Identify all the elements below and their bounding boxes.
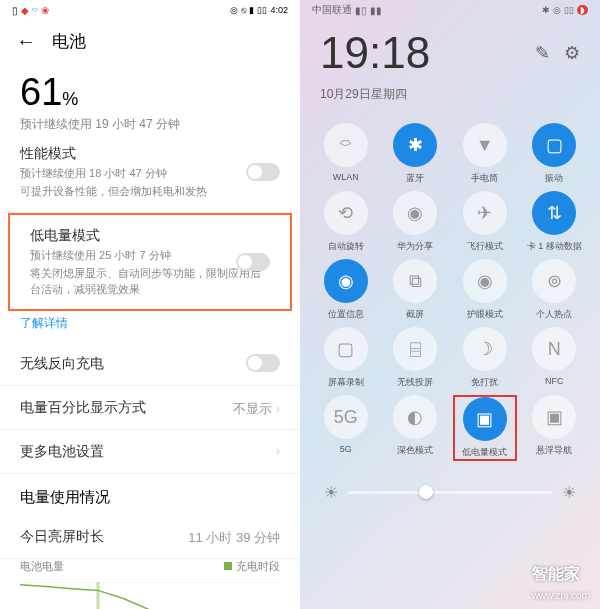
tile-vibrate[interactable]: ▢振动 <box>523 123 587 185</box>
tile-label: 低电量模式 <box>462 446 507 459</box>
tile-lowpower[interactable]: ▣低电量模式 <box>453 395 517 461</box>
tile-label: 手电筒 <box>471 172 498 185</box>
flashlight-icon: ▼ <box>463 123 507 167</box>
tile-location[interactable]: ◉位置信息 <box>314 259 378 321</box>
tile-label: 护眼模式 <box>467 308 503 321</box>
qs-tile-grid: ⌔WLAN✱蓝牙▼手电筒▢振动⟲自动旋转◉华为分享✈飞行模式⇅卡 1 移动数据◉… <box>300 113 600 471</box>
dnd-icon: ☽ <box>463 327 507 371</box>
tile-floatnav[interactable]: ▣悬浮导航 <box>523 395 587 461</box>
tile-label: 位置信息 <box>328 308 364 321</box>
status-time: 4:02 <box>270 5 288 15</box>
eyecare-icon: ◉ <box>463 259 507 303</box>
screen-time-row[interactable]: 今日亮屏时长 11 小时 39 分钟 <box>0 515 300 559</box>
tile-share[interactable]: ◉华为分享 <box>384 191 448 253</box>
tile-autorotate[interactable]: ⟲自动旋转 <box>314 191 378 253</box>
tile-label: NFC <box>545 376 564 386</box>
reverse-charge-toggle[interactable] <box>246 354 280 372</box>
chart-legend: 电池电量 充电时段 <box>0 559 300 574</box>
tile-dark[interactable]: ◐深色模式 <box>384 395 448 461</box>
tile-airplane[interactable]: ✈飞行模式 <box>453 191 517 253</box>
share-icon: ◉ <box>393 191 437 235</box>
tile-hotspot[interactable]: ⊚个人热点 <box>523 259 587 321</box>
low-power-mode-row[interactable]: 低电量模式 预计继续使用 25 小时 7 分钟 将关闭熄屏显示、自动同步等功能，… <box>8 213 292 311</box>
dark-icon: ◐ <box>393 395 437 439</box>
back-icon[interactable]: ← <box>16 30 36 53</box>
tile-label: 振动 <box>545 172 563 185</box>
quick-settings-panel: 中国联通▮▯▮▮ ✱◎▯▯◗ 19:18 ✎ ⚙ 10月29日星期四 ⌔WLAN… <box>300 0 600 609</box>
statusbar-right: 中国联通▮▯▮▮ ✱◎▯▯◗ <box>300 0 600 20</box>
tile-5g[interactable]: 5G5G <box>314 395 378 461</box>
chevron-right-icon: › <box>276 402 280 416</box>
floatnav-icon: ▣ <box>532 395 576 439</box>
tile-label: 5G <box>340 444 352 454</box>
brightness-low-icon: ☀ <box>324 483 338 502</box>
battery-percent: 61% 预计继续使用 19 小时 47 分钟 <box>0 71 300 133</box>
percent-display-row[interactable]: 电量百分比显示方式 不显示 › <box>0 386 300 430</box>
watermark: 智能家 www.znj.com <box>532 564 590 603</box>
tile-label: 无线投屏 <box>397 376 433 389</box>
reverse-charge-row[interactable]: 无线反向充电 <box>0 342 300 386</box>
bluetooth-icon: ✱ <box>393 123 437 167</box>
more-settings-row[interactable]: 更多电池设置 › <box>0 430 300 474</box>
tile-label: 华为分享 <box>397 240 433 253</box>
screenshot-icon: ⧉ <box>393 259 437 303</box>
location-icon: ◉ <box>324 259 368 303</box>
hotspot-icon: ⊚ <box>532 259 576 303</box>
record-icon: ▢ <box>324 327 368 371</box>
qs-header: 19:18 ✎ ⚙ <box>300 20 600 86</box>
tile-nfc[interactable]: NNFC <box>523 327 587 389</box>
tile-mobiledata[interactable]: ⇅卡 1 移动数据 <box>523 191 587 253</box>
vibrate-icon: ▢ <box>532 123 576 167</box>
tile-cast[interactable]: ⌸无线投屏 <box>384 327 448 389</box>
tile-label: 悬浮导航 <box>536 444 572 457</box>
brightness-track[interactable] <box>348 491 552 494</box>
performance-mode-row[interactable]: 性能模式 预计继续使用 18 小时 47 分钟 可提升设备性能，但会增加耗电和发… <box>0 133 300 213</box>
tile-screenshot[interactable]: ⧉截屏 <box>384 259 448 321</box>
tile-label: 截屏 <box>406 308 424 321</box>
lowpower-icon: ▣ <box>463 397 507 441</box>
tile-record[interactable]: ▢屏幕录制 <box>314 327 378 389</box>
tile-label: 飞行模式 <box>467 240 503 253</box>
learn-more-link[interactable]: 了解详情 <box>0 311 300 342</box>
performance-toggle[interactable] <box>246 163 280 181</box>
cast-icon: ⌸ <box>393 327 437 371</box>
nfc-icon: N <box>532 327 576 371</box>
header: ← 电池 <box>0 20 300 63</box>
usage-section-title: 电量使用情况 <box>0 474 300 515</box>
tile-flashlight[interactable]: ▼手电筒 <box>453 123 517 185</box>
chevron-right-icon: › <box>276 444 280 458</box>
tile-label: 自动旋转 <box>328 240 364 253</box>
tile-label: 蓝牙 <box>406 172 424 185</box>
qs-clock: 19:18 <box>320 28 430 78</box>
tile-label: WLAN <box>333 172 359 182</box>
tile-label: 深色模式 <box>397 444 433 457</box>
tile-bluetooth[interactable]: ✱蓝牙 <box>384 123 448 185</box>
tile-wlan[interactable]: ⌔WLAN <box>314 123 378 185</box>
tile-eyecare[interactable]: ◉护眼模式 <box>453 259 517 321</box>
battery-settings-screen: ▯◆⌔❀ ◎⎋▮▯▯4:02 ← 电池 61% 预计继续使用 19 小时 47 … <box>0 0 300 609</box>
tile-dnd[interactable]: ☽免打扰 <box>453 327 517 389</box>
tile-label: 免打扰 <box>471 376 498 389</box>
autorotate-icon: ⟲ <box>324 191 368 235</box>
low-power-toggle[interactable] <box>236 253 270 271</box>
wlan-icon: ⌔ <box>324 123 368 167</box>
mobiledata-icon: ⇅ <box>532 191 576 235</box>
tile-label: 卡 1 移动数据 <box>527 240 582 253</box>
tile-label: 个人热点 <box>536 308 572 321</box>
airplane-icon: ✈ <box>463 191 507 235</box>
brightness-high-icon: ☀ <box>562 483 576 502</box>
5g-icon: 5G <box>324 395 368 439</box>
battery-chart[interactable] <box>20 582 280 609</box>
qs-date: 10月29日星期四 <box>300 86 600 113</box>
brightness-slider[interactable]: ☀ ☀ <box>300 471 600 514</box>
edit-icon[interactable]: ✎ <box>535 42 550 64</box>
tile-label: 屏幕录制 <box>328 376 364 389</box>
page-title: 电池 <box>52 30 86 53</box>
settings-icon[interactable]: ⚙ <box>564 42 580 64</box>
statusbar-left: ▯◆⌔❀ ◎⎋▮▯▯4:02 <box>0 0 300 20</box>
